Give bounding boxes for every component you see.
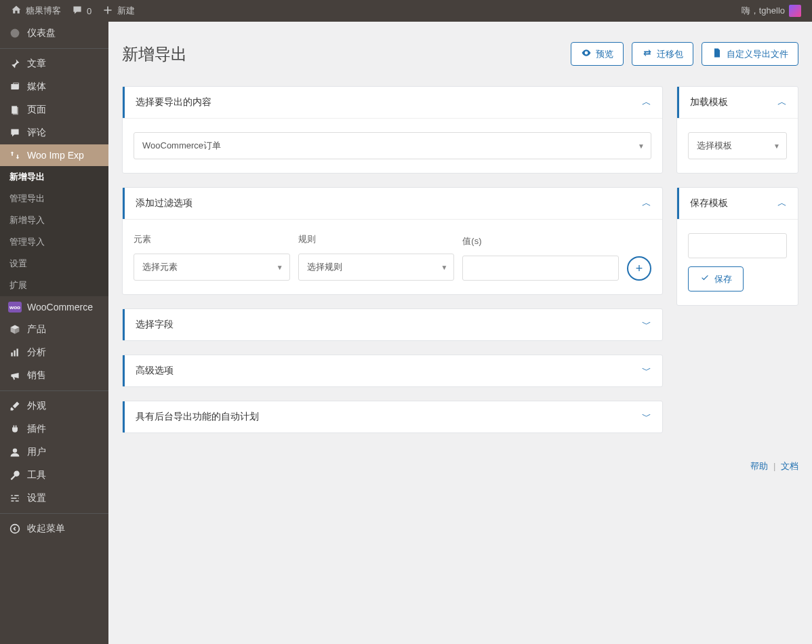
help-link[interactable]: 帮助 [750, 461, 768, 471]
sidebar-item-comments[interactable]: 评论 [0, 121, 108, 144]
save-template-button[interactable]: 保存 [688, 266, 744, 291]
sidebar-label-appearance: 外观 [27, 400, 46, 412]
sidebar-item-users[interactable]: 用户 [0, 441, 108, 464]
check-icon [699, 273, 710, 285]
comment-icon [72, 5, 83, 18]
chevron-down-icon: ﹀ [642, 319, 651, 331]
caret-down-icon: ▼ [773, 142, 780, 150]
caret-down-icon: ▼ [441, 264, 447, 271]
submenu-settings[interactable]: 设置 [0, 253, 108, 275]
svg-rect-1 [11, 84, 18, 89]
submenu-manage-export[interactable]: 管理导出 [0, 188, 108, 209]
submenu-manage-import[interactable]: 管理导入 [0, 231, 108, 253]
woocommerce-icon: woo [8, 302, 22, 313]
sidebar-label-products: 产品 [27, 323, 46, 336]
svg-point-8 [11, 525, 20, 534]
panel-header-advanced[interactable]: 高级选项 ﹀ [123, 355, 662, 386]
submenu-wooimpexp: 新增导出 管理导出 新增导入 管理导入 设置 扩展 [0, 166, 108, 296]
panel-filter: 添加过滤选项 ︿ 元素 选择元素 ▼ [122, 187, 663, 295]
greeting: 嗨，tghello [742, 5, 785, 17]
sidebar-item-appearance[interactable]: 外观 [0, 395, 108, 418]
filter-rule-select[interactable]: 选择规则 ▼ [298, 254, 455, 281]
sidebar-item-plugins[interactable]: 插件 [0, 418, 108, 441]
import-export-icon [8, 150, 22, 161]
svg-rect-5 [14, 350, 15, 357]
sidebar-item-dashboard[interactable]: 仪表盘 [0, 22, 108, 45]
sidebar-item-media[interactable]: 媒体 [0, 75, 108, 98]
sidebar-label-plugins: 插件 [27, 423, 46, 435]
sidebar-item-products[interactable]: 产品 [0, 318, 108, 341]
megaphone-icon [8, 370, 22, 381]
filter-label-rule: 规则 [298, 233, 455, 245]
sidebar-label-wooimpexp: Woo Imp Exp [27, 150, 84, 161]
media-icon [8, 81, 22, 92]
panel-advanced: 高级选项 ﹀ [122, 355, 663, 387]
template-name-input[interactable] [688, 233, 787, 258]
sidebar-item-pages[interactable]: 页面 [0, 98, 108, 121]
select-value: 选择规则 [298, 254, 455, 281]
chevron-down-icon: ﹀ [642, 411, 651, 423]
sidebar-item-marketing[interactable]: 销售 [0, 364, 108, 387]
panel-header-save-template[interactable]: 保存模板 ︿ [677, 188, 798, 219]
submenu-new-import[interactable]: 新增导入 [0, 209, 108, 231]
migrate-button[interactable]: 迁移包 [632, 42, 693, 66]
custom-file-button[interactable]: 自定义导出文件 [702, 42, 798, 66]
submenu-new-export[interactable]: 新增导出 [0, 166, 108, 188]
panel-fields: 选择字段 ﹀ [122, 308, 663, 341]
eye-icon [581, 47, 592, 60]
account-link[interactable]: 嗨，tghello [736, 5, 807, 17]
svg-point-7 [13, 448, 17, 452]
filter-label-value: 值(s) [462, 235, 619, 247]
preview-label: 预览 [596, 48, 613, 60]
user-icon [8, 447, 22, 458]
filter-label-element: 元素 [134, 233, 290, 245]
chevron-up-icon: ︿ [777, 197, 787, 209]
comments-link[interactable]: 0 [66, 5, 97, 18]
panel-header-fields[interactable]: 选择字段 ﹀ [123, 309, 662, 340]
panel-title: 添加过滤选项 [136, 197, 192, 209]
sidebar-item-settings[interactable]: 设置 [0, 487, 108, 510]
filter-element-select[interactable]: 选择元素 ▼ [134, 254, 290, 281]
chevron-up-icon: ︿ [777, 96, 787, 108]
sidebar-label-tools: 工具 [27, 469, 46, 481]
sidebar-item-analytics[interactable]: 分析 [0, 341, 108, 364]
panel-header-auto-plan[interactable]: 具有后台导出功能的自动计划 ﹀ [123, 401, 662, 432]
page-icon [8, 104, 22, 115]
select-value: WooCommerce订单 [134, 132, 651, 159]
submenu-extensions[interactable]: 扩展 [0, 275, 108, 296]
sidebar-item-wooimpexp[interactable]: Woo Imp Exp [0, 144, 108, 166]
caret-down-icon: ▼ [277, 264, 283, 271]
panel-title: 加载模板 [690, 96, 728, 108]
panel-load-template: 加载模板 ︿ 选择模板 ▼ [676, 86, 798, 174]
new-label: 新建 [117, 5, 135, 17]
sidebar-item-collapse[interactable]: 收起菜单 [0, 517, 108, 540]
add-filter-button[interactable]: + [627, 256, 651, 281]
filter-value-input[interactable] [462, 256, 619, 281]
preview-button[interactable]: 预览 [571, 42, 624, 66]
docs-link[interactable]: 文档 [781, 461, 798, 471]
sliders-icon [8, 493, 22, 504]
dashboard-icon [8, 28, 22, 39]
panel-header-select-content[interactable]: 选择要导出的内容 ︿ [123, 87, 662, 118]
sidebar-item-posts[interactable]: 文章 [0, 52, 108, 75]
footer-links: 帮助 | 文档 [122, 460, 798, 472]
panel-header-filter[interactable]: 添加过滤选项 ︿ [123, 188, 662, 219]
panel-title: 选择要导出的内容 [136, 96, 211, 108]
svg-rect-6 [16, 348, 18, 356]
new-link[interactable]: 新建 [97, 5, 140, 18]
caret-down-icon: ▼ [638, 142, 645, 150]
file-icon [712, 47, 723, 60]
sidebar-item-woocommerce[interactable]: woo WooCommerce [0, 296, 108, 318]
panel-title: 具有后台导出功能的自动计划 [136, 411, 259, 423]
sidebar-item-tools[interactable]: 工具 [0, 464, 108, 487]
save-label: 保存 [714, 273, 732, 285]
site-link[interactable]: 糖果博客 [5, 5, 66, 18]
load-template-select[interactable]: 选择模板 ▼ [688, 132, 787, 159]
chart-icon [8, 347, 22, 358]
export-type-select[interactable]: WooCommerce订单 ▼ [134, 132, 651, 159]
chevron-up-icon: ︿ [642, 96, 651, 108]
custom-file-label: 自定义导出文件 [727, 48, 788, 60]
sidebar-label-dashboard: 仪表盘 [27, 27, 56, 39]
select-value: 选择元素 [134, 254, 290, 281]
panel-header-load-template[interactable]: 加载模板 ︿ [677, 87, 798, 118]
